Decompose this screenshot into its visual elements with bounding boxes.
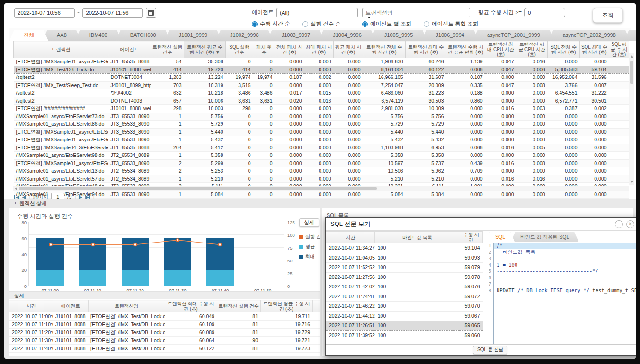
radio-dot[interactable] bbox=[424, 21, 429, 27]
chart-detail-button[interactable]: 상세 bbox=[299, 218, 319, 227]
column-header-filler[interactable] bbox=[312, 300, 320, 312]
table-row[interactable]: 2022-10-07 11:46:2210059.070 bbox=[326, 302, 483, 312]
table-row[interactable]: 2022-10-07 11:34:2710059.104 bbox=[326, 243, 483, 253]
table-row[interactable]: /IMXSample01_async/EtoEServlet13.doJT2_6… bbox=[14, 167, 629, 175]
column-header-트랜잭션 최대 CPU 시간 (초)[interactable]: 트랜잭션 최대 CPU 시간 (초) bbox=[485, 41, 516, 58]
column-header-SQL 전체 수행 시간 (초)[interactable]: SQL 전체 수행 시간 (초) bbox=[548, 41, 580, 58]
scroll-down-icon[interactable] bbox=[631, 181, 633, 183]
tab-IBM400[interactable]: IBM400 bbox=[75, 30, 122, 41]
column-header-트랜잭션 최대 수행 시간 (초)[interactable]: 트랜잭션 최대 수행 시간 (초) bbox=[165, 300, 217, 312]
column-header-트랜잭션 평균 수행 시간 (초)[interactable]: 트랜잭션 평균 수행 시간 (초) ▼ bbox=[184, 41, 226, 58]
search-button[interactable]: 조회 bbox=[593, 8, 623, 23]
horizontal-scrollbar[interactable] bbox=[13, 186, 629, 191]
table-row[interactable]: 2022-10-07 11:24:4110059.072 bbox=[326, 292, 483, 302]
table-row[interactable]: 2022-10-07 11:40:00J10101_8088_...[ETOE연… bbox=[9, 345, 320, 353]
table-row[interactable]: 2022-10-07 11:39:5210059.060 bbox=[326, 330, 483, 340]
date-to-input[interactable] bbox=[82, 8, 143, 18]
column-header-에이전트[interactable]: 에이전트 bbox=[108, 41, 151, 58]
tab-J1002_9998[interactable]: J1002_9998 bbox=[216, 30, 273, 41]
table-row[interactable]: [ETOE연결] /IMXSample01_async/EtoEServlet2… bbox=[14, 159, 629, 167]
radio-sort-1[interactable]: 실행 건수 순 bbox=[302, 20, 341, 27]
table-row[interactable]: 2022-10-07 11:42:0210059.076 bbox=[326, 282, 483, 292]
tab-AA8[interactable]: AA8 bbox=[43, 30, 81, 41]
table-row[interactable]: 2022-10-07 11:44:1210059.067 bbox=[326, 311, 483, 321]
table-row[interactable]: /IMXSample01_async/EtoEServlet57.doJT2_6… bbox=[14, 175, 629, 183]
column-header-바인드값 목록[interactable]: 바인드값 목록 bbox=[375, 232, 460, 243]
column-header-SQL 평균 수 시간 (초)[interactable]: SQL 평균 수 시간 (초) bbox=[609, 41, 629, 58]
tab-asyncTCP_2001_9999[interactable]: asyncTCP_2001_9999 bbox=[473, 30, 554, 41]
sql-tune-send-button[interactable]: SQL 튠 전달 bbox=[473, 346, 507, 354]
table-row[interactable]: /sqltest2DOTNET30041,28313.22419,97419,9… bbox=[14, 74, 629, 82]
column-header-시간[interactable]: 시간 bbox=[326, 232, 375, 243]
tab-J1003_9997[interactable]: J1003_9997 bbox=[267, 30, 325, 41]
tab-J1006_9994[interactable]: J1006_9994 bbox=[421, 30, 479, 41]
date-from-input[interactable] bbox=[14, 8, 75, 18]
table-row[interactable]: 2022-10-07 11:04:0510059.093 bbox=[326, 253, 483, 263]
code-tab-SQL[interactable]: SQL bbox=[486, 232, 515, 242]
column-header-트랜잭션 최대 수행 시간 (초)[interactable]: 트랜잭션 최대 수행 시간 (초) bbox=[406, 41, 446, 58]
agent-input[interactable] bbox=[276, 8, 358, 17]
scroll-up-icon[interactable] bbox=[631, 55, 633, 58]
column-header-SQL 실행 건수[interactable]: SQL 실행 건수 bbox=[226, 41, 253, 58]
column-header-트랜잭션 평균 수행 시간 (초)[interactable]: 트랜잭션 평균 수행 시간 (초) bbox=[260, 300, 312, 312]
radio-dot[interactable] bbox=[252, 21, 258, 27]
table-row[interactable]: [ETOE연결] /IMXSample01_async/EtoEServlet6… bbox=[14, 136, 629, 144]
radio-sort-0[interactable]: 수행 시간 순 bbox=[252, 20, 290, 27]
radio-dot[interactable] bbox=[362, 21, 368, 27]
tab-J1001_9999[interactable]: J1001_9999 bbox=[165, 30, 222, 41]
table-row[interactable]: /IMXSample01_async/EtoEServlet73.doJT3_6… bbox=[14, 113, 629, 121]
column-header-평균 패치 시간 (초)[interactable]: 평균 패치 시간 (초) bbox=[334, 41, 363, 58]
calendar-icon[interactable] bbox=[146, 8, 156, 18]
horizontal-scroll-thumb[interactable] bbox=[19, 187, 377, 190]
tab-BATCH600[interactable]: BATCH600 bbox=[116, 30, 170, 41]
table-row[interactable]: 2022-10-07 11:00:00J10101_8088_...[ETOE연… bbox=[9, 312, 320, 321]
table-row[interactable]: /IMXSample01_async/EtoEServlet98.doJT2_6… bbox=[14, 152, 629, 160]
radio-scope-0[interactable]: 에이전트 별 조회 bbox=[362, 20, 411, 27]
table-row[interactable]: [ETOE연결] /IMXSample01_async/EtoEServlet6… bbox=[14, 128, 629, 136]
table-row[interactable]: 2022-10-07 11:26:5110059.065 bbox=[326, 321, 483, 331]
table-row[interactable]: [ETOE연결] /IMX_Test/DB_Lock.doJ10101_8088… bbox=[14, 66, 629, 74]
column-header-시간[interactable]: 시간 bbox=[9, 300, 53, 312]
vertical-scrollbar[interactable] bbox=[629, 53, 634, 185]
column-header-수행 시간[interactable]: 수행 시간 bbox=[460, 232, 482, 243]
table-row[interactable]: 2022-10-07 11:27:5610059.078 bbox=[326, 272, 483, 282]
tab-전체[interactable]: 전체 bbox=[9, 30, 48, 41]
table-row[interactable]: [ETOE연결] /##/############J10101_8088_web… bbox=[14, 105, 629, 113]
minimize-icon[interactable]: − bbox=[615, 220, 623, 228]
table-row[interactable]: 2022-10-07 11:30:00J10101_8088_...[ETOE연… bbox=[9, 337, 320, 345]
column-header-에이전트[interactable]: 에이전트 bbox=[53, 300, 88, 312]
avg-time-input[interactable] bbox=[524, 8, 565, 17]
column-header-트랜잭션 전체 수행 시간 (초)[interactable]: 트랜잭션 전체 수행 시간 (초) bbox=[363, 41, 406, 58]
table-row[interactable]: /IMXSample01_async/EtoEServlet94.doJT3_6… bbox=[14, 191, 629, 199]
tab-J1005_9995[interactable]: J1005_9995 bbox=[370, 30, 427, 41]
table-row[interactable]: /IMXSample01_async/EtoEServlet86.doJT3_6… bbox=[14, 121, 629, 129]
column-header-트랜잭션 수행 시간 표준 편차 (초)[interactable]: 트랜잭션 수행 시간 표준 편차 (초) bbox=[446, 41, 485, 58]
table-row[interactable]: [ETOE연결] /IMXSample04_S/EtoEServlet.doJT… bbox=[14, 144, 629, 152]
column-header-트랜잭션명[interactable]: 트랜잭션명 bbox=[88, 300, 165, 312]
column-header-트랜잭션 실행 건수[interactable]: 트랜잭션 실행 건수 bbox=[151, 41, 184, 58]
close-icon[interactable]: ✕ bbox=[626, 220, 634, 228]
radio-scope-1[interactable]: 에이전트 통합 조회 bbox=[424, 20, 478, 27]
column-header-트랜잭션 평균 CPU 시간 (초)[interactable]: 트랜잭션 평균 CPU 시간 (초) bbox=[516, 41, 548, 58]
table-row[interactable]: 2022-10-07 11:52:5210059.079 bbox=[326, 263, 483, 273]
code-tab-바인드 값 적용된 SQL[interactable]: 바인드 값 적용된 SQL bbox=[511, 232, 578, 242]
column-header-트랜잭션[interactable]: 트랜잭션 bbox=[14, 41, 108, 58]
table-row[interactable]: 2022-10-07 11:20:00J10101_8088_...[ETOE연… bbox=[9, 329, 320, 337]
scroll-left-icon[interactable] bbox=[15, 187, 17, 190]
tab-asyncTCP_2002_9998[interactable]: asyncTCP_2002_9998 bbox=[549, 30, 630, 41]
table-row[interactable]: [ETOE연결] /IMX_Test/Sleep_Test.doJ40101_8… bbox=[14, 81, 629, 89]
column-header-SQL 최대 수행 시간 (초)[interactable]: SQL 최대 수행 시간 (초) bbox=[580, 41, 609, 58]
table-row[interactable]: /sqltest2닷넷400263210.2183,4863,4860.0170… bbox=[14, 89, 629, 97]
table-row[interactable]: [ETOE연결] /IMXSample01_async/EtoEServlet.… bbox=[14, 58, 629, 66]
transaction-name-input[interactable] bbox=[362, 8, 470, 17]
table-row[interactable]: 2022-10-07 11:10:00J10101_8088_...[ETOE연… bbox=[9, 321, 320, 329]
column-header-패치 횟수[interactable]: 패치 횟수 bbox=[253, 41, 275, 58]
vertical-scroll-thumb[interactable] bbox=[630, 61, 633, 84]
column-header-트랜잭션 실행 건수[interactable]: 트랜잭션 실행 건수 bbox=[217, 300, 260, 312]
column-header-최대 패치 시간 (초)[interactable]: 최대 패치 시간 (초) bbox=[304, 41, 334, 58]
tab-J1004_9996[interactable]: J1004_9996 bbox=[319, 30, 376, 41]
radio-dot[interactable] bbox=[302, 21, 308, 27]
table-row[interactable]: /sqltest2DOTNET400365710.0063,6313,6310.… bbox=[14, 97, 629, 105]
column-header-전체 패치 시간 (초)[interactable]: 전체 패치 시간 (초) bbox=[275, 41, 304, 58]
sql-code-editor[interactable]: 1/*--------------------------------2 바인드… bbox=[484, 243, 636, 344]
